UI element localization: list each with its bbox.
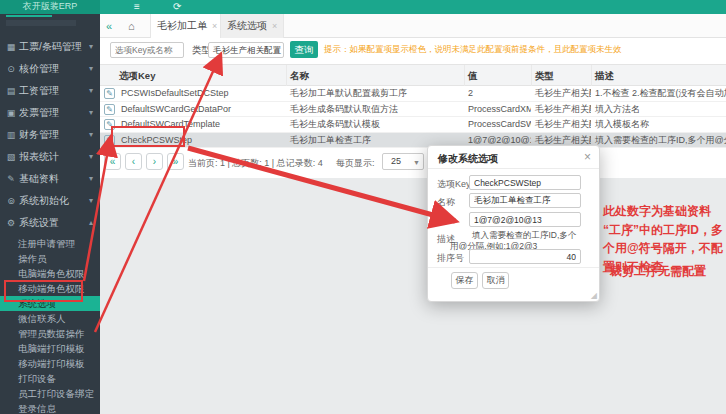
query-button[interactable]: 查询	[290, 41, 318, 58]
sidebar-item-finance[interactable]: ▥ 财务管理 ▾	[0, 124, 100, 146]
table-header: 选项Key 名称 值 类型 描述	[100, 64, 726, 86]
sidebar: ▦ 工票/条码管理 ▾ ⊙ 核价管理 ▾ ▤ 工资管理 ▾ ▣ 发票管理 ▾ ▥…	[0, 14, 100, 414]
sidebar-subitem-wechat-contacts[interactable]: 微信联系人	[0, 311, 100, 326]
refresh-icon[interactable]: ⟳	[173, 0, 181, 14]
page-size-select[interactable]: 25 ▼	[382, 153, 424, 170]
sidebar-item-base-data[interactable]: ✎ 基础资料 ▾	[0, 168, 100, 190]
gear-icon: ⚙	[6, 212, 16, 234]
sidebar-subitem-pc-print-template[interactable]: 电脑端打印模板	[0, 341, 100, 356]
table-row[interactable]: ✎ PCSWIsDefaultSetDCStep 毛衫加工单默认配置裁剪工序 2…	[100, 86, 726, 102]
edit-icon[interactable]: ✎	[104, 104, 115, 115]
sidebar-subitem-print-device[interactable]: 打印设备	[0, 371, 100, 386]
next-page-button[interactable]: ›	[146, 153, 163, 170]
chevron-up-icon: ▴	[89, 212, 93, 234]
init-icon: ⊚	[6, 190, 16, 212]
check-circle-icon: ⊙	[6, 58, 16, 80]
table-row[interactable]: ✎ DefaultSWCardGetDataPor 毛衫生成条码默认取值方法 P…	[100, 102, 726, 118]
annotation-note: 裁剪工序无需配置	[610, 263, 706, 280]
sidebar-item-invoice[interactable]: ▣ 发票管理 ▾	[0, 102, 100, 124]
table-row-selected[interactable]: ✎ CheckPCSWStep 毛衫加工单检查工序 1@7@2@10@13 毛衫…	[100, 133, 726, 149]
first-page-button[interactable]: «	[104, 153, 121, 170]
required-asterisk: *	[446, 216, 450, 226]
sidebar-subitem-employee-print-binding[interactable]: 员工打印设备绑定	[0, 386, 100, 401]
table-row[interactable]: ✎ DefaultSWCardTemplate 毛衫生成条码默认模板 Proce…	[100, 117, 726, 133]
collapse-tabs-icon[interactable]: «	[106, 18, 112, 34]
col-type: 类型	[532, 65, 592, 87]
edit-icon[interactable]: ✎	[104, 88, 115, 99]
tab-system-options[interactable]: 系统选项×	[220, 14, 284, 38]
cancel-button[interactable]: 取消	[482, 272, 509, 289]
sidebar-subitem-system-options[interactable]: 系统选项	[0, 296, 100, 311]
col-value: 值	[465, 65, 532, 87]
value-label: 值	[437, 216, 446, 226]
filter-hint: 提示：如果配置项显示橙色，说明未满足此配置项前提条件，且此配置项未生效	[324, 44, 624, 56]
sidebar-subitem-pc-role-permission[interactable]: 电脑端角色权限	[0, 266, 100, 281]
divider	[428, 267, 599, 268]
close-icon[interactable]: ×	[272, 21, 277, 31]
chevron-down-icon: ▾	[89, 36, 93, 58]
chevron-down-icon: ▾	[89, 80, 93, 102]
prev-page-button[interactable]: ‹	[125, 153, 142, 170]
edit-icon[interactable]: ✎	[104, 119, 115, 130]
save-button[interactable]: 保存	[451, 272, 478, 289]
chevron-down-icon: ▾	[89, 58, 93, 80]
sidebar-item-system-settings[interactable]: ⚙ 系统设置 ▴	[0, 212, 100, 234]
edit-icon[interactable]: ✎	[104, 135, 115, 146]
name-label: 名称	[437, 196, 455, 209]
invoice-icon: ▣	[6, 102, 16, 124]
sidebar-subitem-login-info[interactable]: 登录信息	[0, 401, 100, 414]
close-icon[interactable]: ×	[212, 21, 217, 31]
resize-handle[interactable]: ◢	[591, 291, 597, 300]
name-field[interactable]	[469, 193, 581, 208]
chevron-down-icon: ▼	[274, 43, 281, 57]
page-size-label: 每页显示:	[336, 157, 375, 170]
sidebar-item-salary[interactable]: ▤ 工资管理 ▾	[0, 80, 100, 102]
option-key-field[interactable]	[469, 175, 581, 190]
sidebar-item-work-ticket-barcode[interactable]: ▦ 工票/条码管理 ▾	[0, 36, 100, 58]
close-icon[interactable]: ×	[584, 150, 591, 164]
sidebar-subitem-register-apply[interactable]: 注册申请管理	[0, 236, 100, 251]
menu-icon[interactable]: ≡	[134, 0, 140, 14]
last-page-button[interactable]: »	[167, 153, 184, 170]
sidebar-subitem-mobile-print-template[interactable]: 移动端打印模板	[0, 356, 100, 371]
topbar: 衣开版装ERP ≡ ⟳	[0, 0, 726, 14]
modal-title: 修改系统选项	[438, 152, 498, 166]
edit-option-modal: 修改系统选项 × 选项Key 名称 值* 描述 填入需要检查的工序ID,多个用@…	[427, 145, 600, 302]
search-input[interactable]	[110, 42, 184, 58]
chevron-down-icon: ▾	[89, 124, 93, 146]
tabbar: « ⌂ 毛衫加工单× 系统选项×	[100, 14, 726, 38]
chevron-down-icon: ▾	[89, 146, 93, 168]
sidebar-item-report-stats[interactable]: ▧ 报表统计 ▾	[0, 146, 100, 168]
sidebar-item-system-init[interactable]: ⊚ 系统初始化 ▾	[0, 190, 100, 212]
chevron-down-icon: ▼	[413, 155, 420, 170]
sidebar-subitem-admin-data-ops[interactable]: 管理员数据操作	[0, 326, 100, 341]
card-icon: ▥	[6, 124, 16, 146]
brand-title: 衣开版装ERP	[0, 0, 100, 14]
pagination-info: 当前页: 1 | 总页数: 1 | 总记录数: 4	[188, 157, 323, 170]
col-name: 名称	[287, 65, 465, 87]
sidebar-subitem-mobile-role-permission[interactable]: 移动端角色权限	[0, 281, 100, 296]
chevron-down-icon: ▾	[89, 190, 93, 212]
chart-icon: ▧	[6, 146, 16, 168]
divider	[428, 168, 599, 169]
tab-sweater-work-order[interactable]: 毛衫加工单×	[150, 14, 224, 38]
option-key-label: 选项Key	[437, 178, 471, 191]
home-icon[interactable]: ⌂	[128, 18, 135, 34]
sidebar-partial-item	[6, 20, 76, 26]
sidebar-subitem-operator[interactable]: 操作员	[0, 251, 100, 266]
col-desc: 描述	[592, 65, 726, 87]
sidebar-active-underline	[6, 15, 52, 17]
type-select[interactable]: 毛衫生产相关配置 ▼	[208, 42, 284, 58]
order-field[interactable]	[469, 249, 581, 264]
chevron-down-icon: ▾	[89, 102, 93, 124]
tickets-icon: ▦	[6, 36, 16, 58]
sidebar-item-price-check[interactable]: ⊙ 核价管理 ▾	[0, 58, 100, 80]
order-label: 排序号	[437, 252, 464, 265]
document-icon: ▤	[6, 80, 16, 102]
pencil-icon: ✎	[6, 168, 16, 190]
value-field[interactable]	[469, 212, 581, 227]
chevron-down-icon: ▾	[89, 168, 93, 190]
app-root: 衣开版装ERP ≡ ⟳ ▦ 工票/条码管理 ▾ ⊙ 核价管理 ▾ ▤ 工资管理 …	[0, 0, 726, 414]
col-option-key: 选项Key	[116, 65, 287, 87]
